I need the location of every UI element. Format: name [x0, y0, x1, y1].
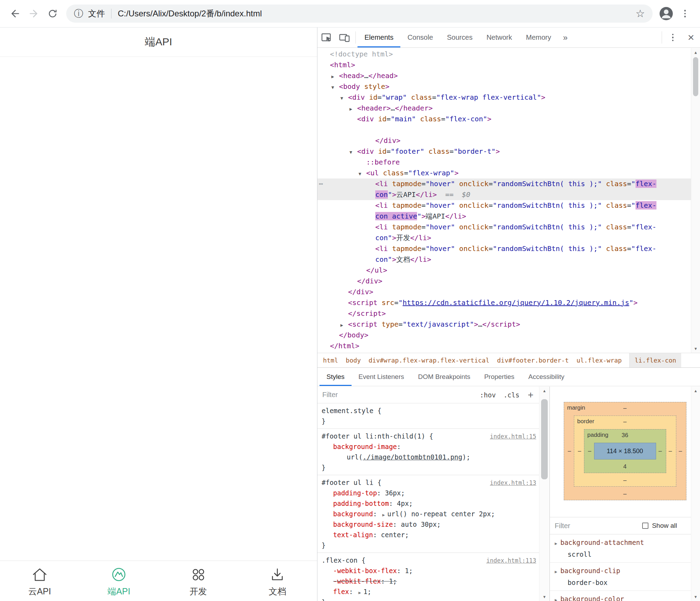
css-property[interactable]: background: ▶url() no-repeat center 2px; [322, 509, 536, 519]
computed-property[interactable]: ▶background-colorrgba(0, 0, 0 [550, 591, 691, 601]
breadcrumb-item[interactable]: li.flex-con [629, 353, 681, 367]
inspect-element-button[interactable] [317, 28, 336, 47]
scrollbar-thumb[interactable] [541, 399, 548, 479]
css-property[interactable]: padding-bottom: 4px; [322, 498, 536, 509]
css-property-value[interactable]: url(./image/bottombtn0101.png); [322, 452, 536, 462]
dom-tree-line[interactable]: <!doctype html> [317, 49, 691, 60]
breadcrumb-item[interactable]: div#footer.border-t [497, 357, 569, 364]
sidebar-tab-properties[interactable]: Properties [477, 368, 522, 386]
breadcrumb-item[interactable]: body [346, 357, 361, 364]
dom-tree-line[interactable]: <script src="https://cdn.staticfile.org/… [317, 297, 691, 308]
computed-filter-input[interactable] [555, 522, 617, 530]
devtools-close-button[interactable]: × [682, 28, 700, 47]
box-model-margin[interactable]: margin – – – – border – – – – padding [564, 402, 686, 500]
more-tabs-button[interactable]: » [558, 28, 572, 47]
box-model-content[interactable]: 114 × 18.500 [594, 443, 656, 459]
padding-top-value[interactable]: 36 [622, 432, 628, 439]
tab-elements[interactable]: Elements [357, 28, 400, 47]
padding-left-value[interactable]: – [588, 448, 591, 455]
margin-top-value[interactable]: – [623, 405, 626, 412]
css-property[interactable]: -webkit-box-flex: 1; [322, 565, 536, 576]
sidebar-tab-dom-breakpoints[interactable]: DOM Breakpoints [411, 368, 477, 386]
box-model-padding[interactable]: padding 36 – – 4 114 × 18.500 [584, 429, 666, 473]
scroll-down-icon[interactable]: ▼ [691, 593, 700, 601]
expand-arrow-icon[interactable]: ▶ [331, 71, 339, 82]
dom-tree-line[interactable]: <html> [317, 60, 691, 70]
tab-console[interactable]: Console [400, 28, 440, 47]
collapse-arrow-icon[interactable]: ▼ [349, 147, 357, 158]
dom-tree-scrollbar[interactable]: ▲ ▼ [691, 48, 700, 353]
expand-arrow-icon[interactable]: ▶ [555, 569, 557, 574]
box-model-border[interactable]: border – – – – padding 36 – – 4 1 [574, 416, 676, 487]
nav-item-云API[interactable]: 云API [0, 561, 79, 601]
dom-tree-line[interactable]: </div> [317, 276, 691, 287]
css-property[interactable]: -webkit-flex: 1; [322, 576, 536, 586]
address-bar[interactable]: ⓘ 文件 C:/Users/Alix/Desktop/2番/b/index.ht… [66, 5, 653, 23]
expand-arrow-icon[interactable]: ▶ [349, 104, 357, 114]
page-info-icon[interactable]: ⓘ [74, 7, 83, 20]
dom-tree-line[interactable]: ▶<head>…</head> [317, 70, 691, 81]
collapse-arrow-icon[interactable]: ▼ [331, 82, 339, 93]
dom-tree-line[interactable]: ▶<script type="text/javascript">…</scrip… [317, 319, 691, 330]
sidebar-tab-event-listeners[interactable]: Event Listeners [352, 368, 411, 386]
padding-bottom-value[interactable]: 4 [623, 463, 626, 470]
dom-tree-line[interactable]: <li tapmode="hover" onclick="randomSwitc… [317, 222, 691, 233]
css-value-link[interactable]: ./image/bottombtn0101.png [363, 453, 462, 461]
dom-tree-line[interactable]: <li tapmode="hover" onclick="randomSwitc… [317, 200, 691, 211]
margin-left-value[interactable]: – [568, 448, 571, 455]
dom-tree-line[interactable]: <li tapmode="hover" onclick="randomSwitc… [317, 243, 691, 254]
border-bottom-value[interactable]: – [623, 477, 626, 484]
dom-tree-line[interactable]: con">文档</li> [317, 254, 691, 265]
device-toolbar-button[interactable] [336, 28, 354, 47]
scrollbar-thumb[interactable] [693, 57, 698, 96]
collapse-arrow-icon[interactable]: ▼ [359, 168, 366, 179]
new-style-rule-button[interactable]: + [528, 389, 533, 401]
scroll-down-icon[interactable]: ▼ [539, 593, 549, 601]
css-property[interactable]: padding-top: 36px; [322, 488, 536, 498]
scroll-up-icon[interactable]: ▲ [691, 387, 700, 395]
expand-arrow-icon[interactable]: ▶ [555, 598, 557, 601]
url-text[interactable]: C:/Users/Alix/Desktop/2番/b/index.html [118, 8, 262, 19]
dom-tree-line[interactable]: </div> [317, 287, 691, 297]
sidebar-scrollbar[interactable]: ▲ ▼ [691, 387, 700, 601]
dom-tree-line[interactable]: </ul> [317, 265, 691, 276]
styles-filter-input[interactable] [322, 391, 472, 399]
devtools-menu-button[interactable] [664, 28, 682, 47]
show-all-checkbox[interactable] [642, 523, 648, 529]
profile-button[interactable] [657, 4, 676, 23]
breadcrumb-item[interactable]: div#wrap.flex-wrap.flex-vertical [369, 357, 490, 364]
scroll-down-icon[interactable]: ▼ [691, 344, 700, 353]
dom-tree-line[interactable]: </body> [317, 330, 691, 341]
margin-right-value[interactable]: – [679, 448, 682, 455]
tab-memory[interactable]: Memory [519, 28, 558, 47]
css-property[interactable]: flex: ▶1; [322, 586, 536, 597]
dom-tree-line[interactable]: ⋯<li tapmode="hover" onclick="randomSwit… [317, 178, 691, 189]
dom-tree-line[interactable]: ▼<body style> [317, 81, 691, 92]
dom-tree-line[interactable]: ▼<ul class="flex-wrap"> [317, 168, 691, 178]
dom-tree-line[interactable]: con active">端API</li> [317, 211, 691, 222]
sidebar-tab-styles[interactable]: Styles [320, 368, 352, 386]
dom-tree-line[interactable]: </html> [317, 341, 691, 351]
expand-arrow-icon[interactable]: ▶ [555, 541, 557, 546]
border-left-value[interactable]: – [578, 448, 581, 455]
dom-tree-line[interactable]: con">开发</li> [317, 233, 691, 243]
computed-property[interactable]: ▶background-attachmentscroll [550, 534, 691, 563]
css-property[interactable]: text-align: center; [322, 530, 536, 540]
toggle-hover-button[interactable]: :hov [480, 391, 496, 399]
style-rule-source-link[interactable]: index.html:113 [486, 555, 536, 566]
tab-sources[interactable]: Sources [440, 28, 479, 47]
expand-value-icon[interactable]: ▶ [359, 587, 361, 598]
box-model-diagram[interactable]: margin – – – – border – – – – padding [564, 402, 686, 500]
sidebar-tab-accessibility[interactable]: Accessibility [521, 368, 571, 386]
dom-tree-line[interactable]: <div id="main" class="flex-con"> [317, 114, 691, 124]
styles-scrollbar[interactable]: ▲ ▼ [539, 387, 549, 601]
back-button[interactable] [6, 4, 24, 23]
dom-tree-line[interactable]: ▼<div id="footer" class="border-t"> [317, 146, 691, 157]
breadcrumb-item[interactable]: ul.flex-wrap [576, 357, 622, 364]
style-rule-selector[interactable]: element.style { [322, 405, 536, 416]
toggle-class-button[interactable]: .cls [503, 391, 520, 399]
expand-value-icon[interactable]: ▶ [382, 510, 385, 520]
reload-button[interactable] [43, 4, 62, 23]
dom-tree-line[interactable]: </div> [317, 135, 691, 146]
collapse-arrow-icon[interactable]: ▼ [340, 93, 348, 104]
